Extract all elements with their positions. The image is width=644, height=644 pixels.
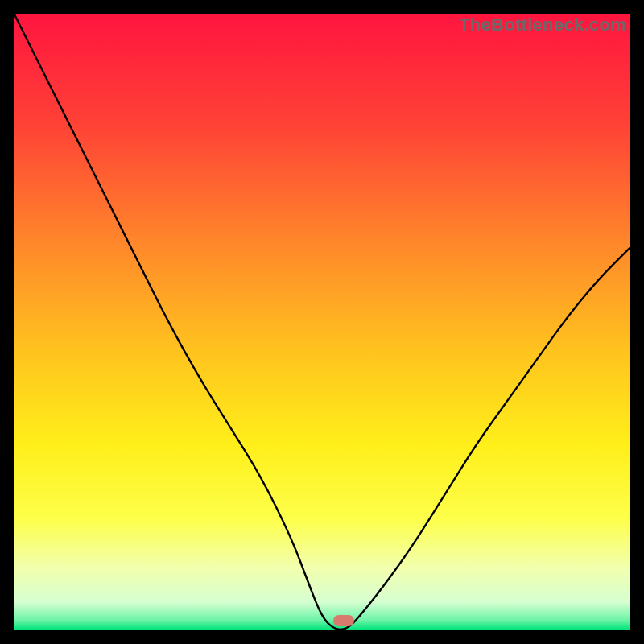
chart-frame: TheBottleneck.com (14, 14, 630, 630)
watermark-text: TheBottleneck.com (459, 14, 626, 35)
optimal-point-marker (333, 615, 354, 626)
gradient-background (14, 14, 630, 630)
bottleneck-chart (14, 14, 630, 630)
